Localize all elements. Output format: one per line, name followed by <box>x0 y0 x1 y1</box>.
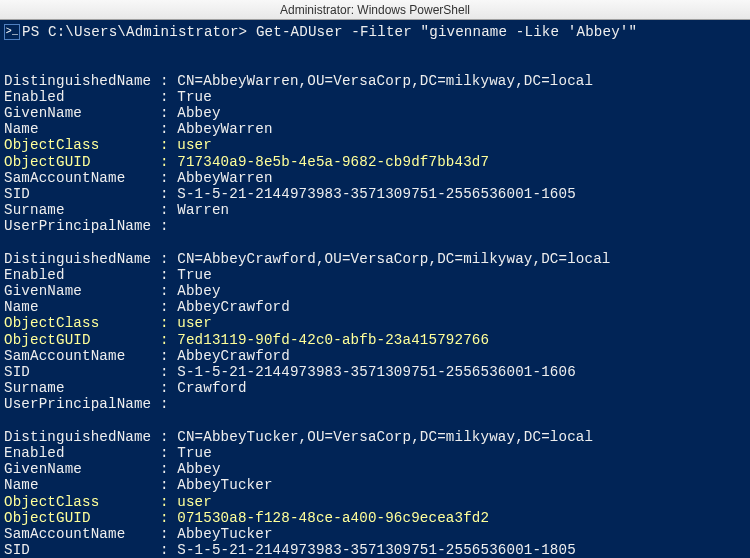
output-prop-samaccountname: SamAccountName : AbbeyWarren <box>4 170 273 186</box>
output-prop-objectguid: ObjectGUID : 071530a8-f128-48ce-a400-96c… <box>4 510 489 526</box>
output-prop-objectclass: ObjectClass : user <box>4 494 212 510</box>
output-prop-enabled: Enabled : True <box>4 89 212 105</box>
output-prop-givenname: GivenName : Abbey <box>4 105 221 121</box>
output-prop-distinguishedname: DistinguishedName : CN=AbbeyCrawford,OU=… <box>4 251 610 267</box>
output-prop-enabled: Enabled : True <box>4 445 212 461</box>
powershell-icon: >_ <box>4 24 20 40</box>
output-prop-userprincipalname: UserPrincipalName : <box>4 396 177 412</box>
output-prop-sid: SID : S-1-5-21-2144973983-3571309751-255… <box>4 364 576 380</box>
output-prop-surname: Surname : Warren <box>4 202 229 218</box>
output-prop-sid: SID : S-1-5-21-2144973983-3571309751-255… <box>4 186 576 202</box>
output-prop-enabled: Enabled : True <box>4 267 212 283</box>
output-prop-givenname: GivenName : Abbey <box>4 461 221 477</box>
output-prop-objectclass: ObjectClass : user <box>4 137 212 153</box>
output-prop-name: Name : AbbeyCrawford <box>4 299 290 315</box>
powershell-console[interactable]: >_PS C:\Users\Administrator> Get-ADUser … <box>0 20 750 558</box>
output-prop-samaccountname: SamAccountName : AbbeyCrawford <box>4 348 290 364</box>
prompt-line: >_PS C:\Users\Administrator> Get-ADUser … <box>4 24 637 40</box>
output-prop-name: Name : AbbeyTucker <box>4 477 273 493</box>
window-title: Administrator: Windows PowerShell <box>280 3 470 17</box>
output-prop-objectguid: ObjectGUID : 717340a9-8e5b-4e5a-9682-cb9… <box>4 154 489 170</box>
output-prop-givenname: GivenName : Abbey <box>4 283 221 299</box>
output-prop-userprincipalname: UserPrincipalName : <box>4 218 177 234</box>
output-prop-surname: Surname : Crawford <box>4 380 247 396</box>
output-prop-name: Name : AbbeyWarren <box>4 121 273 137</box>
prompt-prefix: PS C:\Users\Administrator> <box>22 24 256 40</box>
output-prop-samaccountname: SamAccountName : AbbeyTucker <box>4 526 273 542</box>
output-prop-sid: SID : S-1-5-21-2144973983-3571309751-255… <box>4 542 576 558</box>
output-prop-distinguishedname: DistinguishedName : CN=AbbeyWarren,OU=Ve… <box>4 73 593 89</box>
window-title-bar: Administrator: Windows PowerShell <box>0 0 750 20</box>
prompt-command: Get-ADUser -Filter "givenname -Like 'Abb… <box>256 24 637 40</box>
output-prop-objectguid: ObjectGUID : 7ed13119-90fd-42c0-abfb-23a… <box>4 332 489 348</box>
output-container: DistinguishedName : CN=AbbeyWarren,OU=Ve… <box>4 40 746 558</box>
output-prop-distinguishedname: DistinguishedName : CN=AbbeyTucker,OU=Ve… <box>4 429 593 445</box>
output-prop-objectclass: ObjectClass : user <box>4 315 212 331</box>
